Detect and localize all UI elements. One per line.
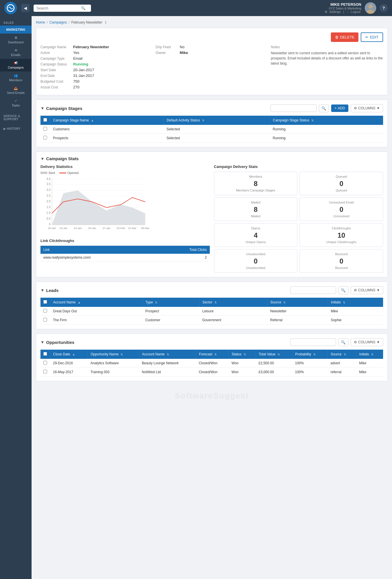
actual-cost-value: 270 [73, 85, 79, 89]
owner-value: Mike [180, 51, 188, 55]
sidebar-item-label: Send Emails [7, 91, 25, 94]
col-stage-name[interactable]: Campaign Stage Name ▲ [50, 116, 164, 125]
stat-label-top: Members [217, 175, 294, 178]
lead-row-checkbox[interactable] [43, 318, 47, 322]
stages-select-all[interactable] [43, 118, 47, 122]
col-close-date[interactable]: Close Date ▲ [50, 350, 88, 359]
value-cell: £3,000.00 [256, 368, 292, 377]
edit-button[interactable]: ✏ EDIT [361, 32, 383, 42]
opp-select-all[interactable] [43, 352, 47, 356]
leads-select-all[interactable] [43, 300, 47, 304]
col-link: Link [40, 246, 158, 254]
opp-columns-button[interactable]: ⚙ COLUMNS ▼ [351, 338, 383, 346]
breadcrumb: Home / Campaigns / February Newsletter ℹ [36, 20, 388, 24]
breadcrumb-campaigns[interactable]: Campaigns [49, 20, 67, 24]
col-opp-name[interactable]: Opportunity Name ⇅ [88, 350, 139, 359]
delivery-chart: 0 0.5 1.0 1.5 2.0 2.5 3.0 3.5 4.0 [40, 176, 210, 234]
source-cell: Newsletter [267, 307, 328, 316]
col-sector[interactable]: Sector ⇅ [199, 298, 267, 307]
col-stage-status[interactable]: Campaign Stage Status ⇅ [270, 116, 383, 125]
sidebar-item-members[interactable]: 👥 Members [0, 71, 32, 84]
stages-add-button[interactable]: + ADD [331, 104, 348, 112]
col-source[interactable]: Source ⇅ [267, 298, 328, 307]
search-input[interactable] [36, 6, 79, 10]
col-source[interactable]: Source ⇅ [328, 350, 356, 359]
sidebar-item-label: Emails [11, 53, 20, 57]
stats-toggle-icon[interactable]: ▼ [40, 156, 44, 161]
col-forecast[interactable]: Forecast ⇅ [196, 350, 229, 359]
svg-text:25-Jan: 25-Jan [88, 227, 96, 230]
col-activity-status[interactable]: Default Activity Status ⇅ [164, 116, 270, 125]
leads-toggle-icon[interactable]: ▼ [40, 288, 44, 293]
opp-search-input[interactable] [290, 338, 336, 346]
lead-row-checkbox[interactable] [43, 309, 47, 313]
svg-text:01-Mar: 01-Mar [128, 227, 137, 230]
legend-sent: Sent [40, 171, 55, 175]
col-initials[interactable]: Initials ⇅ [328, 298, 383, 307]
sector-cell: Leisure [199, 307, 267, 316]
col-status[interactable]: Status ⇅ [229, 350, 256, 359]
drip-feed-value: No [180, 45, 185, 49]
col-account[interactable]: Account Name ⇅ [139, 350, 196, 359]
table-row: Great Days Out Prospect Leisure Newslett… [40, 307, 383, 316]
stats-title: Campaign Stats [46, 156, 79, 161]
table-row: 16-May-2017 Training 003 NotWest Ltd Clo… [40, 368, 383, 377]
stages-columns-button[interactable]: ⚙ COLUMNS ▼ [351, 104, 383, 112]
col-account-name[interactable]: Account Name ▲ [50, 298, 143, 307]
stat-label-bottom: Unique Clickthroughs [303, 240, 380, 244]
stage-row-checkbox[interactable] [43, 136, 47, 140]
stages-search-button[interactable]: 🔍 [319, 104, 329, 112]
stat-box-unsubscribed: Unsubscribed 0 Unsubscribed [214, 249, 298, 273]
stat-label-bottom: Unsubscribed [217, 266, 294, 270]
chevron-down-icon: ▼ [377, 288, 380, 292]
forecast-cell: Closed/Won [196, 368, 229, 377]
leads-search-button[interactable]: 🔍 [338, 286, 348, 294]
svg-text:3.0: 3.0 [46, 188, 51, 191]
actual-cost-label: Actual Cost [40, 85, 72, 89]
search-icon: 🔍 [81, 6, 86, 10]
budget-value: 750 [73, 79, 79, 84]
svg-text:1.0: 1.0 [46, 211, 51, 214]
stages-search-input[interactable] [271, 104, 317, 112]
col-value[interactable]: Total Value ⇅ [256, 350, 292, 359]
help-button[interactable]: ? [380, 4, 388, 12]
stages-toggle-icon[interactable]: ▼ [40, 106, 44, 111]
legend-opened: Opened [59, 171, 79, 175]
col-type[interactable]: Type ⇅ [142, 298, 199, 307]
opp-name-cell: Training 003 [88, 368, 139, 377]
svg-text:0: 0 [49, 223, 51, 226]
leads-table: Account Name ▲ Type ⇅ Sector ⇅ Source ⇅ … [40, 298, 383, 325]
table-row: Customers Selected Running [40, 125, 383, 134]
leads-columns-button[interactable]: ⚙ COLUMNS ▼ [351, 286, 383, 294]
opp-row-checkbox[interactable] [43, 370, 47, 373]
link-table: Link Total Clicks www.reallysimplesystem… [40, 246, 210, 262]
logout-link[interactable]: Logout [351, 10, 360, 13]
delete-button[interactable]: 🗑 DELETE [331, 32, 359, 42]
opp-search-button[interactable]: 🔍 [338, 338, 348, 346]
col-probability[interactable]: Probability ⇅ [292, 350, 328, 359]
logout-icon: → [346, 10, 349, 13]
col-initials[interactable]: Initials ⇅ [356, 350, 383, 359]
opp-table: Close Date ▲ Opportunity Name ⇅ Account … [40, 350, 383, 377]
opp-row-checkbox[interactable] [43, 361, 47, 365]
svg-text:20-Jan: 20-Jan [48, 227, 56, 230]
settings-link[interactable]: Settings [329, 10, 341, 13]
breadcrumb-current: February Newsletter [71, 20, 102, 24]
stat-box-unresolved: Unresolved Email 0 Unresolved [300, 197, 383, 221]
sidebar-item-dashboard[interactable]: ⊞ Dashboard [0, 34, 32, 46]
sidebar-item-send-emails[interactable]: 📤 Send Emails [0, 84, 32, 97]
stage-row-checkbox[interactable] [43, 127, 47, 131]
stat-label-bottom: Members Campaign Stages [217, 189, 294, 192]
link-cell: www.reallysimplesystems.com/ [40, 254, 158, 262]
leads-search-input[interactable] [290, 286, 336, 294]
opp-toggle-icon[interactable]: ▼ [40, 340, 44, 344]
opp-title: Opportunities [46, 340, 74, 345]
sidebar-item-emails[interactable]: ✉ Emails [0, 46, 32, 59]
sidebar-item-label: Dashboard [8, 40, 24, 44]
watermark: SoftwareSuggest [36, 386, 388, 406]
sidebar-item-tasks[interactable]: ✓ Tasks [0, 97, 32, 109]
sidebar-item-campaigns[interactable]: 📢 Campaigns [0, 59, 32, 71]
breadcrumb-home[interactable]: Home [36, 20, 45, 24]
back-button[interactable]: ◀ [21, 4, 29, 12]
campaign-delivery-stats: Campaign Delivery Stats Members 8 Member… [214, 164, 383, 273]
